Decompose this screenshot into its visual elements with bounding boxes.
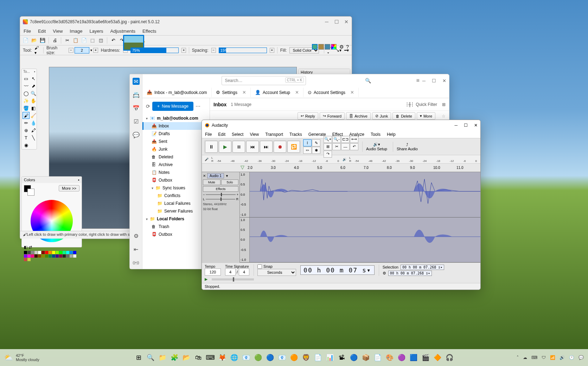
more-button[interactable]: ▾More — [417, 112, 435, 120]
tray-clock-icon[interactable]: 🕐 — [569, 355, 574, 360]
color-swatch[interactable] — [49, 251, 52, 254]
star-icon[interactable]: ☆ — [442, 114, 446, 119]
color-swatch[interactable] — [31, 254, 34, 258]
color-swatch[interactable] — [66, 254, 69, 258]
text-tool[interactable]: T — [23, 134, 30, 141]
taskbar-app[interactable]: 📽 — [337, 353, 347, 362]
folder-drafts[interactable]: 📝Drafts — [142, 130, 210, 138]
undo-icon[interactable]: ↶ — [110, 37, 117, 44]
bw-icon[interactable]: ◧ — [24, 245, 27, 250]
close-button[interactable]: ✕ — [474, 123, 478, 128]
timesig-denominator[interactable] — [239, 269, 249, 276]
mail-space-icon[interactable]: ✉ — [133, 78, 140, 85]
paintnet-titlebar[interactable]: 7c8ee91cccf8e3d052857e19a393ca6e6fce53a5… — [20, 17, 352, 27]
quick-filter-label[interactable]: Quick Filter — [416, 102, 437, 107]
colors-close[interactable]: ▪ — [78, 178, 79, 182]
tab[interactable]: ⊙Account Settings✕ — [303, 88, 359, 97]
taskbar-app[interactable]: 📧 — [277, 353, 287, 362]
skip-start-button[interactable]: ⏮ — [246, 141, 259, 153]
line-tool[interactable]: ╲ — [30, 134, 37, 141]
print-icon[interactable]: 🖨 — [51, 37, 58, 44]
tab[interactable]: ⚙Settings✕ — [212, 88, 251, 97]
folder-item[interactable]: 📁Server Failures — [142, 207, 210, 215]
timeline-ruler[interactable]: ▽ 2.03.04.05.06.07.08.09.010.011.0 — [202, 164, 480, 172]
menu-effects[interactable]: Effects — [139, 27, 160, 35]
hardness-increase[interactable]: + — [181, 48, 186, 53]
minimize-button[interactable]: ─ — [454, 123, 458, 128]
color-swatch[interactable] — [24, 251, 27, 254]
get-messages-icon[interactable]: ⟳ — [146, 103, 150, 109]
time-display[interactable]: 00 h 00 m 07 s▾ — [300, 265, 375, 275]
snap-unit-select[interactable]: Seconds — [257, 269, 296, 276]
track-name[interactable]: Audio 1 — [207, 173, 224, 178]
gain-slider[interactable]: −+ — [203, 193, 238, 196]
forward-button[interactable]: ↪Forward — [320, 112, 345, 120]
waveform-channel-left[interactable]: 1.00.50.0-0.5-1.0 — [240, 172, 480, 217]
color-swatch[interactable] — [27, 251, 31, 254]
taskbar-app[interactable]: 🔵 — [349, 353, 359, 362]
tray-notifications-icon[interactable]: 💬 — [579, 355, 584, 360]
color-swatch[interactable] — [24, 258, 27, 261]
wand-tool[interactable]: ✨ — [23, 97, 30, 104]
folder-item[interactable]: 📁Local Failures — [142, 200, 210, 207]
ellipse-select-tool[interactable]: ◯ — [23, 90, 30, 97]
zoom-out-icon[interactable]: 🔍- — [332, 136, 341, 143]
taskbar-app[interactable]: ⊞ — [134, 353, 143, 362]
undo-icon[interactable]: ↶ — [350, 143, 358, 150]
taskbar-app[interactable]: 📄 — [373, 353, 383, 362]
brush-size-input[interactable] — [75, 47, 89, 53]
timesig-numerator[interactable] — [225, 269, 236, 276]
color-swatch[interactable] — [27, 254, 31, 258]
brush-increase[interactable]: + — [93, 48, 98, 53]
global-search-icon[interactable]: 🔍 — [365, 78, 371, 83]
speaker-icon[interactable]: 🔊 — [343, 158, 346, 161]
track-close-icon[interactable]: ✕ — [203, 174, 206, 178]
color-swatch[interactable] — [45, 251, 48, 254]
menu-help[interactable]: Help — [384, 131, 399, 138]
zoom-tool[interactable]: 🔍 — [30, 90, 37, 97]
color-swatch[interactable] — [63, 254, 66, 258]
tray-security-icon[interactable]: 🛡 — [542, 355, 546, 360]
taskbar-app[interactable]: 📦 — [361, 353, 371, 362]
selection-tool[interactable]: I — [303, 139, 312, 146]
swap-icon[interactable]: ⇄ — [29, 245, 32, 250]
tray-chevron-icon[interactable]: ˄ — [517, 355, 519, 360]
envelope-tool[interactable]: ✎ — [312, 139, 320, 146]
maximize-button[interactable]: ☐ — [464, 123, 468, 128]
clone-tool[interactable]: ⊕ — [23, 127, 30, 134]
bucket-tool[interactable]: 🪣 — [23, 105, 30, 112]
new-message-button[interactable]: + New Message — [152, 102, 193, 111]
taskbar-app[interactable]: ⌨ — [205, 353, 215, 362]
close-button[interactable]: ✕ — [442, 78, 446, 83]
color-swatch[interactable] — [27, 258, 31, 261]
spacing-slider[interactable]: 15% — [219, 48, 267, 53]
taskbar-app[interactable]: 🔶 — [433, 353, 442, 362]
calendar-icon[interactable]: 📅 — [133, 105, 140, 112]
folder-junk[interactable]: 🔥Junk — [142, 145, 210, 153]
taskbar-app[interactable]: 🧩 — [170, 353, 179, 362]
brush-tool[interactable]: 🖌 — [23, 112, 30, 119]
collapse-icon[interactable]: ⇤ — [133, 246, 140, 253]
color-swatch[interactable] — [34, 254, 38, 258]
color-swatch[interactable] — [70, 251, 73, 254]
track-menu-icon[interactable]: ▼ — [225, 174, 229, 178]
color-swatch[interactable] — [38, 254, 41, 258]
fg-bg-colors[interactable] — [24, 185, 34, 196]
audacity-titlebar[interactable]: Audacity ─ ☐ ✕ — [202, 120, 480, 131]
tray-volume-icon[interactable]: 🔊 — [560, 355, 565, 360]
maximize-button[interactable]: ☐ — [432, 78, 436, 83]
taskbar-app[interactable]: 🦁 — [301, 353, 311, 362]
speed-slider[interactable] — [212, 278, 254, 280]
rect-select-tool[interactable]: ▭ — [23, 75, 30, 82]
taskbar-app[interactable]: 📊 — [325, 353, 335, 362]
multi-tool[interactable]: ✱ — [312, 147, 320, 154]
taskbar-app[interactable]: 🎬 — [421, 353, 430, 362]
color-swatch[interactable] — [73, 254, 76, 258]
menu-transport[interactable]: Transport — [262, 131, 286, 138]
color-swatch[interactable] — [52, 254, 55, 258]
color-swatch[interactable] — [59, 254, 62, 258]
menu-edit[interactable]: Edit — [215, 131, 229, 138]
tray-onedrive-icon[interactable]: ☁ — [523, 355, 527, 360]
app-menu-icon[interactable]: ≡ — [416, 77, 419, 84]
taskbar-app[interactable]: 📂 — [181, 353, 191, 362]
